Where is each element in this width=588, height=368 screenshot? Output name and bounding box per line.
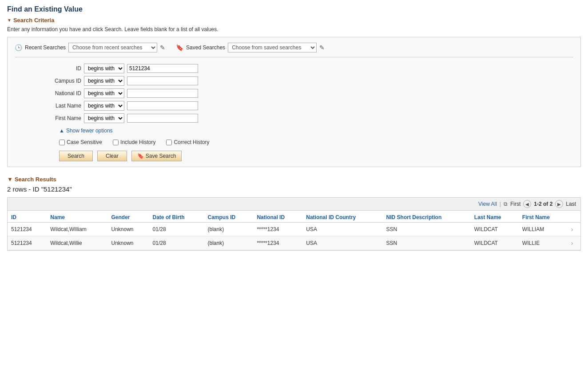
recent-edit-icon[interactable]: ✎ <box>160 44 165 51</box>
save-search-bookmark-icon: 🔖 <box>137 153 144 159</box>
clock-icon: 🕒 <box>15 44 22 51</box>
cell-0-4: (blank) <box>204 223 254 236</box>
save-search-label: Save Search <box>146 153 176 159</box>
cell-1-3: 01/28 <box>149 236 204 250</box>
field-label-3: Last Name <box>41 103 81 109</box>
cell-1-1: Wildcat,Willie <box>47 236 107 250</box>
page-title: Find an Existing Value <box>7 5 581 13</box>
saved-searches-group: 🔖 Saved Searches Choose from saved searc… <box>176 43 325 52</box>
cell-0-7: SSN <box>383 223 471 236</box>
cell-0-9: WILLIAM <box>519 223 568 236</box>
field-row-1: Campus IDbegins withcontains=not =ends w… <box>41 76 573 86</box>
col-header-9: First Name <box>519 211 568 223</box>
recent-saved-row: 🕒 Recent Searches Choose from recent sea… <box>15 43 573 57</box>
cell-0-0: 5121234 <box>8 223 47 236</box>
correct-history-label[interactable]: Correct History <box>166 139 209 145</box>
row-chevron-1[interactable]: › <box>568 236 580 250</box>
view-all-link[interactable]: View All <box>478 201 497 207</box>
col-header-4: Campus ID <box>204 211 254 223</box>
page-info: 1-2 of 2 <box>534 201 552 207</box>
collapse-triangle[interactable]: ▼ <box>7 18 12 23</box>
field-operator-4[interactable]: begins withcontains=not =ends with <box>84 113 124 123</box>
field-input-4[interactable] <box>127 114 198 123</box>
saved-searches-label: Saved Searches <box>186 44 225 51</box>
cell-1-7: SSN <box>383 236 471 250</box>
results-table: IDNameGenderDate of BirthCampus IDNation… <box>8 211 580 250</box>
cell-1-9: WILLIE <box>519 236 568 250</box>
field-label-0: ID <box>41 65 81 72</box>
cell-1-8: WILDCAT <box>471 236 519 250</box>
toolbar-separator: | <box>500 201 501 207</box>
saved-searches-select[interactable]: Choose from saved searches <box>228 43 317 52</box>
results-triangle[interactable]: ▼ <box>7 176 13 183</box>
hint-text: Enter any information you have and click… <box>7 26 581 32</box>
correct-history-text: Correct History <box>174 139 209 145</box>
prev-page-button[interactable]: ◀ <box>523 200 531 208</box>
include-history-checkbox[interactable] <box>113 140 119 145</box>
bookmark-icon: 🔖 <box>176 44 183 51</box>
table-toolbar: View All | ⧉ First ◀ 1-2 of 2 ▶ Last <box>8 198 580 211</box>
field-input-0[interactable] <box>127 64 198 73</box>
show-fewer-link[interactable]: ▲ Show fewer options <box>59 128 573 134</box>
field-row-2: National IDbegins withcontains=not =ends… <box>41 88 573 98</box>
results-title: ▼ Search Results <box>7 176 581 183</box>
recent-searches-group: 🕒 Recent Searches Choose from recent sea… <box>15 43 165 52</box>
col-header-8: Last Name <box>471 211 519 223</box>
show-fewer-triangle: ▲ <box>59 128 64 134</box>
correct-history-checkbox[interactable] <box>166 140 172 145</box>
cell-0-8: WILDCAT <box>471 223 519 236</box>
col-header-7: NID Short Description <box>383 211 471 223</box>
recent-searches-label: Recent Searches <box>25 44 66 51</box>
first-label[interactable]: First <box>510 201 520 207</box>
field-input-2[interactable] <box>127 89 198 98</box>
clear-button[interactable]: Clear <box>97 151 127 161</box>
search-button[interactable]: Search <box>59 151 93 161</box>
cell-0-3: 01/28 <box>149 223 204 236</box>
results-summary: 2 rows - ID "5121234" <box>7 185 581 193</box>
field-label-1: Campus ID <box>41 78 81 84</box>
buttons-row: Search Clear 🔖 Save Search <box>59 151 573 161</box>
search-criteria-box: 🕒 Recent Searches Choose from recent sea… <box>7 37 581 167</box>
table-row[interactable]: 5121234Wildcat,WilliamUnknown01/28(blank… <box>8 223 580 236</box>
include-history-label[interactable]: Include History <box>113 139 155 145</box>
field-label-4: First Name <box>41 115 81 121</box>
include-history-text: Include History <box>120 139 155 145</box>
col-header-1: Name <box>47 211 107 223</box>
case-sensitive-checkbox[interactable] <box>59 140 65 145</box>
col-header-5: National ID <box>253 211 302 223</box>
field-row-4: First Namebegins withcontains=not =ends … <box>41 113 573 123</box>
recent-searches-select[interactable]: Choose from recent searches <box>68 43 157 52</box>
next-page-button[interactable]: ▶ <box>555 200 563 208</box>
results-label: Search Results <box>15 176 56 183</box>
cell-1-6: USA <box>302 236 382 250</box>
field-operator-2[interactable]: begins withcontains=not =ends with <box>84 88 124 98</box>
cell-0-2: Unknown <box>108 223 149 236</box>
field-row-0: IDbegins withcontains=not =ends with <box>41 64 573 73</box>
results-table-header: IDNameGenderDate of BirthCampus IDNation… <box>8 211 580 223</box>
field-operator-0[interactable]: begins withcontains=not =ends with <box>84 64 124 73</box>
saved-edit-icon[interactable]: ✎ <box>319 44 325 51</box>
col-header-action <box>568 211 580 223</box>
results-section: ▼ Search Results 2 rows - ID "5121234" V… <box>7 176 581 251</box>
col-header-2: Gender <box>108 211 149 223</box>
field-operator-3[interactable]: begins withcontains=not =ends with <box>84 101 124 111</box>
field-input-1[interactable] <box>127 76 198 85</box>
table-row[interactable]: 5121234Wildcat,WillieUnknown01/28(blank)… <box>8 236 580 250</box>
cell-1-4: (blank) <box>204 236 254 250</box>
col-header-6: National ID Country <box>302 211 382 223</box>
field-row-3: Last Namebegins withcontains=not =ends w… <box>41 101 573 111</box>
new-window-icon[interactable]: ⧉ <box>504 201 508 207</box>
results-table-wrapper: View All | ⧉ First ◀ 1-2 of 2 ▶ Last IDN… <box>7 197 581 251</box>
results-table-body: 5121234Wildcat,WilliamUnknown01/28(blank… <box>8 223 580 250</box>
last-label[interactable]: Last <box>566 201 576 207</box>
cell-1-5: *****1234 <box>253 236 302 250</box>
row-chevron-0[interactable]: › <box>568 223 580 236</box>
form-fields: IDbegins withcontains=not =ends withCamp… <box>41 64 573 123</box>
field-input-3[interactable] <box>127 101 198 110</box>
cell-1-2: Unknown <box>108 236 149 250</box>
search-criteria-header: ▼ Search Criteria <box>7 17 581 24</box>
field-label-2: National ID <box>41 90 81 96</box>
save-search-button[interactable]: 🔖 Save Search <box>131 151 182 161</box>
case-sensitive-label[interactable]: Case Sensitive <box>59 139 102 145</box>
field-operator-1[interactable]: begins withcontains=not =ends with <box>84 76 124 86</box>
